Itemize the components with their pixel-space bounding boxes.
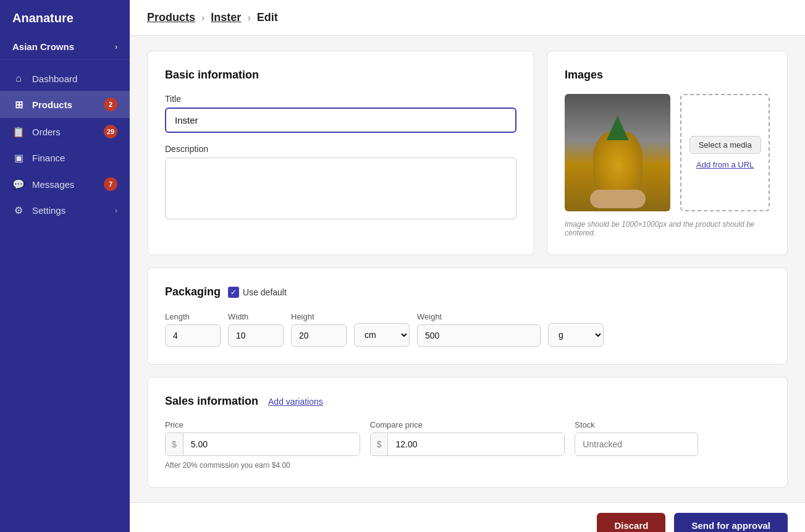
price-label: Price [165, 420, 360, 429]
breadcrumb-edit: Edit [257, 11, 278, 24]
compare-price-field-group: Compare price $ [370, 420, 565, 456]
packaging-fields: Length Width Height cm in [165, 311, 770, 347]
dimension-unit-label [354, 311, 410, 320]
use-default-checkbox[interactable]: ✓ [228, 287, 239, 298]
width-label: Width [228, 312, 284, 321]
packaging-title: Packaging [165, 285, 221, 298]
store-switcher[interactable]: Asian Crowns › [0, 34, 130, 60]
pineapple-body [593, 131, 643, 199]
packaging-header: Packaging ✓ Use default [165, 285, 770, 298]
images-row: Select a media Add from a URL [565, 94, 770, 211]
footer: Discard Send for approval [130, 502, 805, 532]
page-header: Products › Inster › Edit [130, 0, 805, 36]
sidebar-item-orders[interactable]: 📋 Orders 29 [0, 118, 130, 145]
description-field-group: Description [165, 144, 516, 222]
height-field-group: Height [291, 312, 347, 347]
grid-icon: ⊞ [12, 99, 25, 111]
compare-price-label: Compare price [370, 420, 565, 429]
hand-shape [590, 190, 646, 208]
title-label: Title [165, 94, 516, 104]
breadcrumb-sep-2: › [247, 12, 250, 23]
commission-note: After 20% commission you earn $4.00 [165, 461, 770, 470]
content-area: Basic information Title Description Imag… [130, 36, 805, 502]
image-placeholder[interactable]: Select a media Add from a URL [680, 94, 770, 211]
dimension-unit-select[interactable]: cm in [354, 323, 410, 347]
basic-info-title: Basic information [165, 69, 516, 82]
basic-info-section: Basic information Title Description Imag… [147, 51, 788, 255]
sidebar-item-products[interactable]: ⊞ Products 2 [0, 91, 130, 118]
main-content: Products › Inster › Edit Basic informati… [130, 0, 805, 532]
chevron-right-icon: › [115, 206, 117, 215]
price-input-wrapper: $ [165, 433, 360, 456]
sidebar-item-dashboard[interactable]: ⌂ Dashboard [0, 66, 130, 91]
sidebar-item-settings[interactable]: ⚙ Settings › [0, 198, 130, 223]
dimension-unit-group: cm in [354, 311, 410, 347]
price-input[interactable] [183, 433, 360, 455]
sales-fields: Price $ Compare price $ Stock [165, 420, 770, 456]
send-for-approval-button[interactable]: Send for approval [674, 513, 788, 532]
orders-badge: 29 [104, 125, 117, 138]
sidebar-item-label: Finance [32, 153, 65, 163]
length-label: Length [165, 312, 221, 321]
store-name: Asian Crowns [12, 41, 74, 52]
images-title: Images [565, 69, 770, 82]
weight-label: Weight [417, 312, 541, 321]
sidebar-item-label: Orders [32, 127, 61, 137]
compare-price-input[interactable] [388, 433, 564, 455]
home-icon: ⌂ [12, 73, 25, 84]
images-card: Images Select a media Add from a URL Ima… [547, 51, 788, 255]
stock-field-group: Stock [575, 420, 770, 456]
compare-price-currency: $ [371, 433, 389, 455]
price-currency: $ [166, 433, 183, 455]
description-textarea[interactable] [165, 158, 516, 219]
sales-card: Sales information Add variations Price $… [147, 377, 788, 488]
breadcrumb-inster[interactable]: Inster [211, 11, 241, 24]
use-default-text: Use default [243, 287, 287, 297]
weight-unit-group: g kg lb [548, 311, 604, 347]
title-field-group: Title [165, 94, 516, 133]
breadcrumb-products[interactable]: Products [147, 11, 195, 24]
stock-input[interactable] [575, 433, 698, 456]
breadcrumb-sep-1: › [201, 12, 204, 23]
sidebar-item-finance[interactable]: ▣ Finance [0, 145, 130, 171]
stock-label: Stock [575, 420, 770, 429]
description-label: Description [165, 144, 516, 154]
price-field-group: Price $ [165, 420, 360, 456]
sidebar-item-label: Products [32, 99, 72, 110]
compare-price-input-wrapper: $ [370, 433, 565, 456]
weight-unit-label [548, 311, 604, 320]
sales-title: Sales information [165, 395, 258, 408]
book-icon: 📋 [12, 126, 25, 138]
app-logo: Ananature [0, 0, 130, 34]
length-field-group: Length [165, 312, 221, 347]
packaging-card: Packaging ✓ Use default Length Width Hei… [147, 268, 788, 365]
sidebar: Ananature Asian Crowns › ⌂ Dashboard ⊞ P… [0, 0, 130, 532]
finance-icon: ▣ [12, 152, 25, 164]
sidebar-item-label: Messages [32, 179, 74, 190]
add-variations-link[interactable]: Add variations [268, 397, 323, 407]
width-input[interactable] [228, 324, 284, 347]
height-input[interactable] [291, 324, 347, 347]
chat-icon: 💬 [12, 179, 25, 190]
discard-button[interactable]: Discard [597, 513, 665, 532]
sidebar-nav: ⌂ Dashboard ⊞ Products 2 📋 Orders 29 ▣ F… [0, 60, 130, 532]
sidebar-item-label: Settings [32, 205, 65, 216]
length-input[interactable] [165, 324, 221, 347]
weight-field-group: Weight [417, 312, 541, 347]
title-input[interactable] [165, 108, 516, 133]
sidebar-item-label: Dashboard [32, 74, 77, 84]
add-url-link[interactable]: Add from a URL [696, 160, 754, 169]
weight-unit-select[interactable]: g kg lb [548, 323, 604, 347]
products-badge: 2 [104, 98, 117, 111]
chevron-right-icon: › [115, 43, 117, 51]
sidebar-item-messages[interactable]: 💬 Messages 7 [0, 171, 130, 198]
image-hint: Image should be 1000×1000px and the prod… [565, 220, 770, 237]
gear-icon: ⚙ [12, 205, 25, 216]
use-default-label[interactable]: ✓ Use default [228, 287, 287, 298]
width-field-group: Width [228, 312, 284, 347]
basic-info-card: Basic information Title Description [147, 51, 534, 255]
height-label: Height [291, 312, 347, 321]
weight-input[interactable] [417, 324, 541, 347]
sales-header: Sales information Add variations [165, 395, 770, 408]
select-media-button[interactable]: Select a media [689, 136, 761, 154]
